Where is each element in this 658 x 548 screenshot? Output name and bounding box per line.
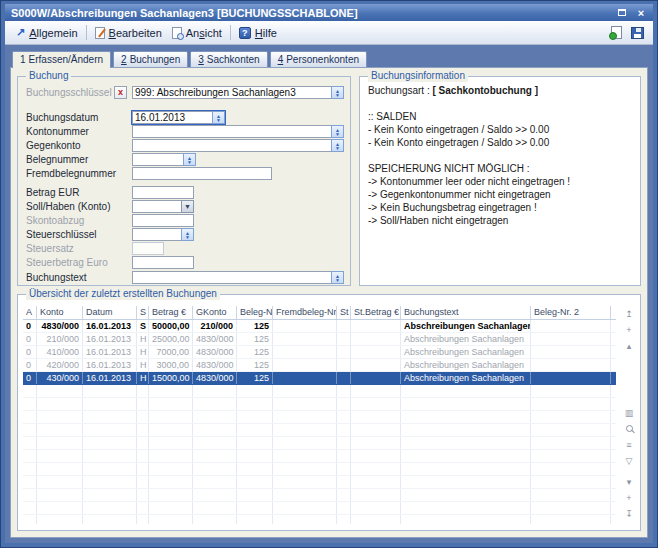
icon-group-bottom: ▾ + ↧ xyxy=(622,477,636,520)
table-row[interactable]: 04830/00016.01.2013S50000,00210/000125Ab… xyxy=(23,320,616,333)
clear-icon[interactable]: x xyxy=(114,86,127,99)
info-line: -> Kein Buchungsbetrag eingetragen ! xyxy=(368,202,634,215)
dropdown-arrow-icon[interactable]: ▼ xyxy=(181,200,194,213)
table-cell: 0 xyxy=(23,359,37,371)
column-header[interactable]: GKonto xyxy=(193,306,237,319)
table-cell xyxy=(531,320,611,332)
column-header[interactable]: Fremdbeleg-Nr. xyxy=(273,306,337,319)
search-icon[interactable] xyxy=(622,424,636,435)
group-info-title: Buchungsinformation xyxy=(368,70,468,82)
column-header[interactable]: Datum xyxy=(83,306,137,319)
column-header[interactable]: Beleg-Nr. xyxy=(237,306,273,319)
spinner-icon[interactable]: ▲▼ xyxy=(331,139,344,152)
column-header[interactable]: Buchungstext xyxy=(401,306,531,319)
kontonummer-input[interactable] xyxy=(132,125,331,138)
table-cell xyxy=(337,398,351,410)
table-cell: H xyxy=(137,359,149,371)
scroll-to-bottom-icon[interactable]: ↧ xyxy=(622,509,636,520)
spinner-icon[interactable]: ▲▼ xyxy=(183,153,196,166)
list-icon[interactable]: ≡ xyxy=(622,440,636,451)
table-cell xyxy=(273,515,337,524)
table-cell xyxy=(273,502,337,514)
table-row-empty xyxy=(23,489,616,502)
scroll-to-top-icon[interactable]: ↥ xyxy=(622,309,636,320)
table-cell xyxy=(83,463,137,475)
table-cell xyxy=(193,385,237,397)
tab-personenkonten[interactable]: 4Personenkonten xyxy=(270,51,367,67)
table-cell xyxy=(531,372,611,384)
menubar: ↗ Allgemein Bearbeiten Ansicht ? Hilfe xyxy=(5,21,653,45)
column-header[interactable]: St.Betrag € xyxy=(351,306,401,319)
steuersatz-input[interactable] xyxy=(132,242,164,255)
spinner-icon[interactable]: ▲▼ xyxy=(331,86,344,99)
info-line: - Kein Konto eingetragen / Saldo >> 0.00 xyxy=(368,137,634,150)
group-uebersicht-title: Übersicht der zuletzt erstellten Buchung… xyxy=(26,288,220,300)
buchungsschluessel-input[interactable] xyxy=(132,86,331,99)
skontoabzug-input[interactable] xyxy=(132,214,194,227)
column-header[interactable]: St xyxy=(337,306,351,319)
steuerbetrag-input[interactable] xyxy=(132,256,194,269)
columns-icon[interactable]: ▥ xyxy=(622,408,636,419)
sollhaben-input[interactable] xyxy=(132,200,181,213)
table-row[interactable]: 0210/00016.01.2013H25000,004830/000125Ab… xyxy=(23,333,616,346)
menu-hilfe[interactable]: ? Hilfe xyxy=(234,25,282,41)
spinner-icon[interactable]: ▲▼ xyxy=(331,125,344,138)
column-header[interactable]: Betrag € xyxy=(149,306,193,319)
filter-icon[interactable]: ▽ xyxy=(622,456,636,467)
save-icon[interactable] xyxy=(631,27,644,39)
tab-sachkonten[interactable]: 3Sachkonten xyxy=(190,51,267,67)
table-cell xyxy=(531,424,611,436)
table-cell xyxy=(237,450,273,462)
column-header[interactable]: Beleg-Nr. 2 xyxy=(531,306,611,319)
table-cell xyxy=(37,398,83,410)
betrag-input[interactable] xyxy=(132,186,194,199)
buchungstext-input[interactable] xyxy=(132,271,331,284)
close-icon: × xyxy=(638,7,644,19)
tab-erfassen-aendern[interactable]: 1Erfassen/Ändern xyxy=(12,51,111,68)
buchungsdatum-input[interactable] xyxy=(132,111,212,124)
table-cell: 125 xyxy=(237,320,273,332)
steuerschluessel-input[interactable] xyxy=(132,228,181,241)
table-cell xyxy=(237,437,273,449)
column-header[interactable]: S xyxy=(137,306,149,319)
scroll-up-icon[interactable]: ▴ xyxy=(622,341,636,352)
fremdbelegnummer-input[interactable] xyxy=(132,167,272,180)
view-magnifier-icon xyxy=(172,27,182,39)
table-cell xyxy=(237,424,273,436)
table-cell: 210/000 xyxy=(37,333,83,345)
menu-bearbeiten[interactable]: Bearbeiten xyxy=(90,25,167,41)
table-row[interactable]: 0420/00016.01.2013H3000,004830/000125Abs… xyxy=(23,359,616,372)
tab-buchungen[interactable]: 2Buchungen xyxy=(113,51,188,67)
menu-ansicht[interactable]: Ansicht xyxy=(167,25,227,41)
table-cell-filler xyxy=(611,463,616,475)
row-up-icon[interactable]: + xyxy=(622,325,636,336)
table-cell xyxy=(37,502,83,514)
table-cell-filler xyxy=(611,333,616,345)
table-cell: H xyxy=(137,372,149,384)
buchungsart-line: Buchungsart : [ Sachkontobuchung ] xyxy=(368,85,634,98)
gegenkonto-input[interactable] xyxy=(132,139,331,152)
table-cell: 210/000 xyxy=(193,320,237,332)
buchungsdatum-combo: ▲▼ xyxy=(132,111,225,124)
column-header[interactable]: A xyxy=(23,306,37,319)
column-header[interactable]: Konto xyxy=(37,306,83,319)
belegnummer-input[interactable] xyxy=(132,153,183,166)
table-cell xyxy=(149,450,193,462)
scroll-down-icon[interactable]: ▾ xyxy=(622,477,636,488)
table-cell xyxy=(401,398,531,410)
titlebar[interactable]: S000W/Abschreibungen Sachanlagen3 [BUCHU… xyxy=(5,4,653,21)
table-row[interactable]: 0410/00016.01.2013H7000,004830/000125Abs… xyxy=(23,346,616,359)
table-row[interactable]: 0430/00016.01.2013H15000,004830/000125Ab… xyxy=(23,372,616,385)
close-button[interactable]: × xyxy=(633,6,649,19)
new-document-icon[interactable] xyxy=(611,26,622,39)
table-cell xyxy=(337,424,351,436)
menu-allgemein[interactable]: ↗ Allgemein xyxy=(11,25,83,41)
table-cell: 0 xyxy=(23,320,37,332)
table-cell-filler xyxy=(611,450,616,462)
spinner-icon[interactable]: ▲▼ xyxy=(181,228,194,241)
row-down-icon[interactable]: + xyxy=(622,493,636,504)
restore-button[interactable] xyxy=(614,6,630,19)
table-cell xyxy=(83,476,137,488)
spinner-icon[interactable]: ▲▼ xyxy=(212,111,225,124)
spinner-icon[interactable]: ▲▼ xyxy=(331,271,344,284)
